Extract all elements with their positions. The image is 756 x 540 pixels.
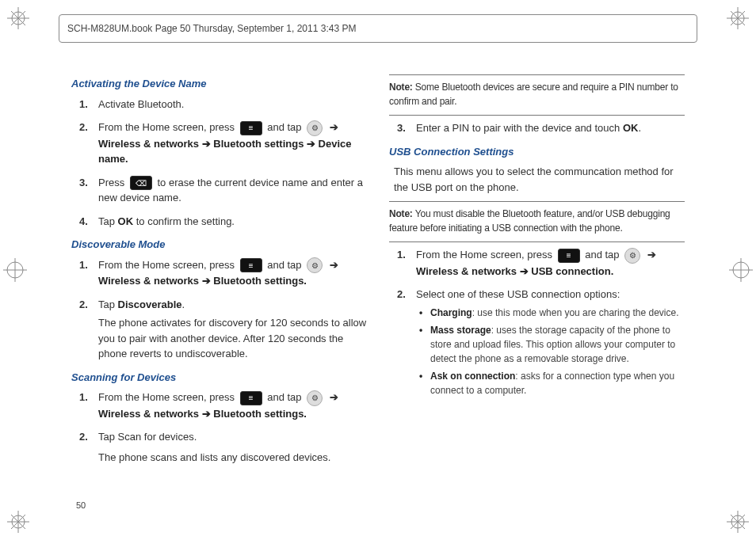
divider (389, 241, 685, 242)
arrow-icon: ➔ (330, 120, 338, 135)
steps-discoverable: From the Home screen, press ≡ and tap ⚙ … (71, 257, 367, 362)
nav-path: Wireless & networks ➔ Bluetooth settings… (98, 275, 307, 287)
discoverable-label: Discoverable (118, 299, 182, 310)
left-column: Activating the Device Name Activate Blue… (71, 71, 367, 492)
heading-scanning-devices: Scanning for Devices (71, 370, 367, 386)
step: Select one of these USB connection optio… (416, 287, 685, 397)
settings-gear-icon: ⚙ (307, 390, 323, 406)
note-body: You must disable the Bluetooth feature, … (389, 208, 670, 234)
menu-key-icon: ≡ (240, 258, 262, 272)
note-label: Note: (389, 82, 415, 93)
heading-usb-connection-settings: USB Connection Settings (389, 144, 685, 160)
note-bluetooth-pin: Note: Some Bluetooth devices are secure … (389, 80, 685, 108)
menu-key-icon: ≡ (240, 121, 262, 135)
backspace-key-icon: ⌫ (130, 176, 152, 190)
right-column: Note: Some Bluetooth devices are secure … (389, 71, 685, 492)
arrow-icon: ➔ (330, 390, 338, 405)
nav-path: Wireless & networks ➔ Bluetooth settings… (98, 408, 307, 420)
list-item: Ask on connection: asks for a connection… (430, 369, 685, 397)
page-number: 50 (76, 499, 86, 512)
settings-gear-icon: ⚙ (307, 257, 323, 273)
heading-activating-device-name: Activating the Device Name (71, 76, 367, 92)
step: From the Home screen, press ≡ and tap ⚙ … (416, 247, 685, 279)
manual-page: SCH-M828UM.book Page 50 Thursday, Septem… (0, 0, 756, 540)
step: Tap Discoverable. The phone activates fo… (98, 297, 367, 362)
ok-label: OK (118, 215, 134, 227)
step: Tap OK to confirm the setting. (98, 214, 367, 230)
steps-activating: Activate Bluetooth. From the Home screen… (71, 97, 367, 230)
step-body: The phone scans and lists any discovered… (98, 450, 367, 466)
nav-path: Wireless & networks ➔ USB connection. (416, 265, 613, 277)
note-label: Note: (389, 208, 415, 219)
step: From the Home screen, press ≡ and tap ⚙ … (98, 120, 367, 167)
step: Tap Scan for devices. The phone scans an… (98, 429, 367, 465)
divider (389, 115, 685, 116)
usb-intro: This menu allows you to select the commu… (394, 164, 685, 195)
crosshair-mark-icon (3, 258, 27, 282)
steps-usb: From the Home screen, press ≡ and tap ⚙ … (389, 247, 685, 397)
settings-gear-icon: ⚙ (624, 248, 640, 264)
step: From the Home screen, press ≡ and tap ⚙ … (98, 257, 367, 289)
menu-key-icon: ≡ (240, 391, 262, 405)
note-body: Some Bluetooth devices are secure and re… (389, 82, 678, 107)
registration-mark-icon (6, 6, 30, 30)
page-content: Activating the Device Name Activate Blue… (71, 71, 685, 492)
crop-header-text: SCH-M828UM.book Page 50 Thursday, Septem… (67, 21, 356, 36)
crosshair-mark-icon (729, 258, 753, 282)
arrow-icon: ➔ (330, 257, 338, 273)
registration-mark-icon (6, 510, 30, 534)
usb-options-list: Charging: use this mode when you are cha… (416, 306, 685, 397)
divider (389, 74, 685, 75)
step: Press ⌫ to erase the current device name… (98, 175, 367, 206)
menu-key-icon: ≡ (558, 249, 580, 263)
arrow-icon: ➔ (647, 247, 656, 263)
step: From the Home screen, press ≡ and tap ⚙ … (98, 390, 367, 421)
note-usb-disable-bt: Note: You must disable the Bluetooth fea… (389, 207, 685, 235)
list-item: Charging: use this mode when you are cha… (430, 306, 685, 320)
step: Activate Bluetooth. (98, 97, 367, 112)
settings-gear-icon: ⚙ (307, 120, 323, 136)
steps-pairing-continued: Enter a PIN to pair with the device and … (389, 120, 685, 136)
registration-mark-icon (726, 6, 750, 30)
step-body: The phone activates for discovery for 12… (98, 315, 367, 362)
nav-path: Wireless & networks ➔ Bluetooth settings… (98, 138, 352, 165)
registration-mark-icon (726, 510, 750, 534)
steps-scanning: From the Home screen, press ≡ and tap ⚙ … (71, 390, 367, 465)
ok-label: OK (623, 122, 639, 134)
divider (389, 201, 685, 202)
heading-discoverable-mode: Discoverable Mode (71, 237, 367, 253)
step: Enter a PIN to pair with the device and … (416, 120, 685, 136)
list-item: Mass storage: uses the storage capacity … (430, 323, 685, 366)
crop-header: SCH-M828UM.book Page 50 Thursday, Septem… (59, 14, 697, 43)
